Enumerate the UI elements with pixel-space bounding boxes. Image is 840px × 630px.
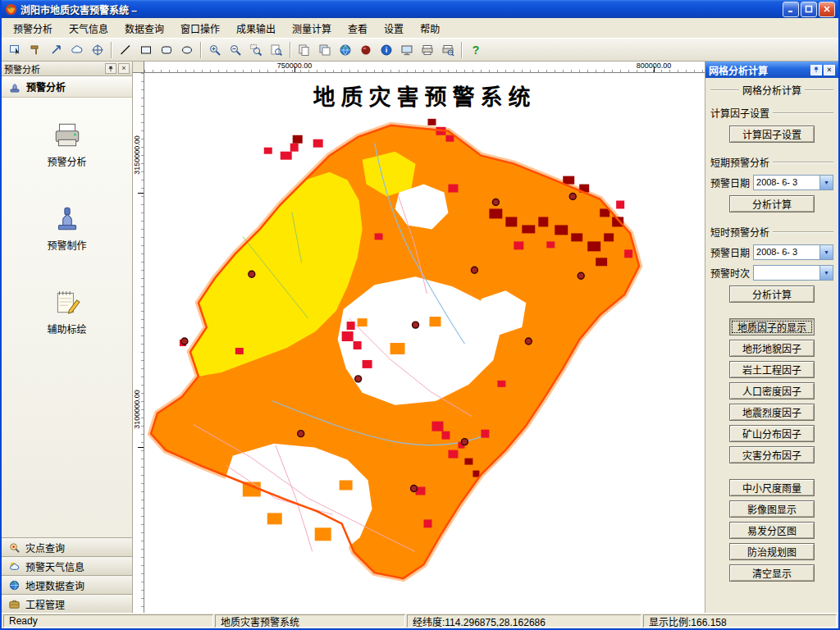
factor-seismic-button[interactable]: 地震烈度因子 — [729, 404, 815, 421]
map-canvas[interactable]: 地质灾害预警系统 — [144, 73, 705, 613]
tool-auxiliary-plot[interactable]: 辅助标绘 — [18, 283, 116, 339]
factor-terrain-button[interactable]: 地形地貌因子 — [729, 340, 815, 357]
zoom-in-icon[interactable] — [205, 41, 224, 59]
menu-warning-analysis[interactable]: 预警分析 — [5, 18, 61, 39]
factor-geology-display-button[interactable]: 地质因子的显示 — [729, 318, 815, 336]
nowcast-group-label: 短时预警分析 — [710, 225, 833, 239]
nowcast-time-row: 预警时次 ▼ — [710, 265, 833, 281]
toolbar: i ? — [2, 39, 838, 62]
imagery-display-button[interactable]: 影像图显示 — [729, 500, 815, 518]
arrow-ne-icon[interactable] — [47, 41, 66, 59]
roundrect-tool-icon[interactable] — [157, 41, 176, 59]
tool-warning-production[interactable]: 预警制作 — [18, 199, 116, 255]
monitor-icon[interactable] — [397, 41, 416, 59]
nowcast-analyze-button[interactable]: 分析计算 — [729, 285, 815, 303]
factor-settings-group-label: 计算因子设置 — [710, 106, 833, 120]
left-section-title: 预警分析 — [26, 80, 66, 94]
bar-geo-data-query[interactable]: 地理数据查询 — [2, 575, 132, 594]
pan-cross-icon[interactable] — [88, 41, 107, 59]
susceptibility-map-button[interactable]: 易发分区图 — [729, 522, 815, 539]
menu-measure-calc[interactable]: 测量计算 — [284, 18, 340, 39]
copy-icon[interactable] — [294, 41, 313, 59]
nowcast-date-row: 预警日期 2008- 6- 3 ▼ — [710, 244, 833, 260]
line-tool-icon[interactable] — [116, 41, 135, 59]
minimize-button[interactable] — [783, 2, 799, 17]
disaster-query-icon — [8, 541, 21, 554]
left-section-header[interactable]: 预警分析 — [2, 76, 132, 98]
bar-label: 工程管理 — [25, 597, 65, 611]
bar-weather-info[interactable]: 预警天气信息 — [2, 556, 132, 575]
menu-help[interactable]: 帮助 — [412, 18, 448, 39]
grid-analysis-header: 网格分析计算 — [710, 83, 833, 97]
status-ready: Ready — [3, 614, 213, 628]
ruler-tick — [294, 66, 295, 72]
factor-population-button[interactable]: 人口密度因子 — [729, 382, 815, 399]
meso-rainfall-button[interactable]: 中小尺度雨量 — [729, 479, 815, 496]
chevron-down-icon[interactable]: ▼ — [819, 266, 833, 280]
bar-label: 预警天气信息 — [25, 559, 84, 573]
menu-settings[interactable]: 设置 — [376, 18, 412, 39]
tool-warning-analysis[interactable]: 预警分析 — [18, 116, 116, 171]
svg-text:i: i — [385, 46, 387, 54]
zoom-window-icon[interactable] — [246, 41, 265, 59]
tool-label: 辅助标绘 — [47, 322, 86, 336]
site-marker — [492, 199, 499, 206]
factor-disaster-dist-button[interactable]: 灾害分布因子 — [729, 446, 815, 463]
site-marker — [461, 439, 468, 445]
menu-data-query[interactable]: 数据查询 — [116, 18, 172, 39]
ruler-tick — [138, 447, 144, 448]
bar-disaster-query[interactable]: 灾点查询 — [2, 537, 132, 556]
date-label: 预警日期 — [710, 176, 750, 189]
close-panel-icon[interactable]: × — [824, 65, 835, 75]
factor-geotech-button[interactable]: 岩土工程因子 — [729, 361, 815, 378]
project-mgmt-icon — [8, 598, 21, 610]
pin-icon[interactable] — [105, 63, 116, 74]
factor-settings-button[interactable]: 计算因子设置 — [729, 126, 815, 143]
short-term-date-combo[interactable]: 2008- 6- 3 ▼ — [753, 175, 833, 190]
menu-weather-info[interactable]: 天气信息 — [61, 18, 116, 39]
ruler-left-label-1: 3150000.00 — [133, 134, 141, 176]
chevron-down-icon[interactable]: ▼ — [819, 245, 833, 259]
divider-line — [773, 231, 833, 233]
ruler-tick — [654, 66, 655, 72]
select-map-icon[interactable] — [6, 41, 25, 59]
globe-icon[interactable] — [336, 41, 354, 59]
app-icon — [5, 3, 17, 16]
maximize-button[interactable] — [801, 2, 817, 17]
help-icon[interactable]: ? — [466, 41, 485, 59]
menu-view[interactable]: 查看 — [340, 18, 376, 39]
tool-label: 预警分析 — [47, 154, 86, 168]
date-value: 2008- 6- 3 — [754, 176, 819, 189]
ruler-tick — [138, 193, 144, 194]
layers-icon[interactable] — [315, 41, 334, 59]
print-icon[interactable] — [418, 41, 436, 59]
site-marker — [471, 267, 477, 273]
cloud-icon[interactable] — [67, 41, 86, 59]
nowcast-date-combo[interactable]: 2008- 6- 3 ▼ — [753, 244, 833, 260]
menu-result-output[interactable]: 成果输出 — [228, 18, 284, 39]
print-preview-icon[interactable] — [438, 41, 457, 59]
pin-icon[interactable] — [810, 65, 822, 75]
toolbar-separator — [461, 42, 462, 58]
bar-project-management[interactable]: 工程管理 — [2, 594, 132, 613]
chevron-down-icon[interactable]: ▼ — [819, 176, 833, 189]
prevention-plan-button[interactable]: 防治规划图 — [729, 543, 815, 560]
close-button[interactable] — [819, 2, 835, 17]
zoom-out-icon[interactable] — [226, 41, 244, 59]
zoom-full-icon[interactable] — [267, 41, 285, 59]
ellipse-tool-icon[interactable] — [177, 41, 196, 59]
clear-display-button[interactable]: 清空显示 — [729, 564, 815, 582]
rect-tool-icon[interactable] — [136, 41, 155, 59]
site-marker — [413, 322, 419, 328]
menu-window-ops[interactable]: 窗口操作 — [172, 18, 228, 39]
sphere-icon[interactable] — [356, 41, 375, 59]
stamp-tool-icon — [52, 203, 83, 234]
info-icon[interactable]: i — [377, 41, 395, 59]
factor-mining-button[interactable]: 矿山分布因子 — [729, 425, 815, 442]
nowcast-time-combo[interactable]: ▼ — [753, 265, 833, 281]
hammer-icon[interactable] — [26, 41, 45, 59]
close-panel-icon[interactable]: × — [118, 63, 130, 74]
short-term-analyze-button[interactable]: 分析计算 — [729, 195, 815, 212]
map-view: 750000.00 800000.00 3150000.00 3100000.0… — [133, 62, 705, 613]
divider-line — [773, 112, 833, 114]
